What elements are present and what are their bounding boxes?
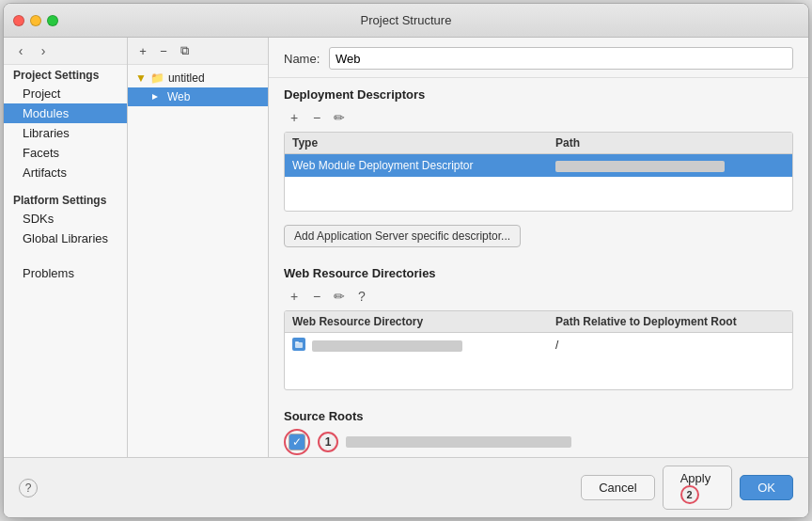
web-resource-table: Web Resource Directory Path Relative to … — [284, 310, 793, 390]
remove-webdir-button[interactable]: − — [306, 286, 327, 307]
cell-descriptor-type: Web Module Deployment Descriptor — [285, 154, 548, 177]
module-tree: ▼ 📁 untitled Web — [128, 65, 268, 457]
window-title: Project Structure — [361, 13, 452, 27]
name-row: Name: — [269, 38, 808, 78]
col-relpath-header: Path Relative to Deployment Root — [548, 311, 792, 332]
blurred-webdir — [312, 340, 462, 352]
sidebar-item-problems[interactable]: Problems — [4, 263, 127, 283]
tree-item-untitled-label: untitled — [168, 71, 205, 85]
folder-icon-img: 📁 — [150, 71, 164, 85]
left-sidebar: ‹ › Project Settings Project Modules Lib… — [4, 38, 128, 457]
minimize-button[interactable] — [30, 15, 41, 26]
cell-descriptor-path — [548, 154, 792, 177]
deployment-descriptors-title: Deployment Descriptors — [284, 87, 793, 102]
project-settings-header[interactable]: Project Settings — [4, 65, 127, 84]
add-module-button[interactable]: + — [133, 41, 152, 60]
sidebar-item-sdks[interactable]: SDKs — [4, 209, 127, 229]
name-input[interactable] — [329, 47, 793, 70]
edit-webdir-button[interactable]: ✏ — [329, 286, 350, 307]
svg-marker-0 — [152, 94, 158, 100]
col-type-header: Type — [285, 133, 548, 153]
web-dir-icon — [292, 338, 305, 351]
remove-descriptor-button[interactable]: − — [306, 107, 327, 128]
sidebar-item-facets[interactable]: Facets — [4, 143, 127, 163]
maximize-button[interactable] — [47, 15, 58, 26]
source-roots-row: ✓ 1 — [284, 429, 793, 455]
apply-label: Apply — [680, 471, 711, 485]
source-roots-checkbox-circle: ✓ — [284, 429, 310, 455]
tree-item-untitled[interactable]: ▼ 📁 untitled — [128, 69, 268, 87]
forward-button[interactable]: › — [34, 41, 53, 60]
col-path-header: Path — [548, 133, 792, 153]
web-resource-toolbar: + − ✏ ? — [284, 286, 793, 307]
titlebar: Project Structure — [4, 4, 808, 38]
web-resource-section: Web Resource Directories + − ✏ ? Web Res… — [269, 257, 808, 400]
sidebar-tree: Project Settings Project Modules Librari… — [4, 65, 127, 457]
footer-left: ? — [19, 479, 38, 497]
cell-webdir — [285, 333, 548, 356]
sidebar-item-artifacts[interactable]: Artifacts — [4, 163, 127, 182]
sidebar-nav: ‹ › — [4, 38, 127, 65]
checkmark-icon: ✓ — [292, 435, 302, 449]
project-structure-window: Project Structure ‹ › Project Settings P… — [3, 3, 809, 518]
name-label: Name: — [284, 52, 321, 66]
module-tree-panel: + − ⧉ ▼ 📁 untitled Web — [128, 38, 269, 457]
cell-relpath: / — [548, 334, 792, 356]
blurred-path — [555, 161, 725, 172]
platform-settings-header[interactable]: Platform Settings — [4, 190, 127, 209]
tree-item-web[interactable]: Web — [128, 87, 268, 106]
folder-icon: ▼ — [135, 71, 147, 85]
add-webdir-button[interactable]: + — [284, 286, 304, 307]
remove-module-button[interactable]: − — [154, 41, 173, 60]
tree-item-web-label: Web — [167, 90, 190, 103]
table-row[interactable]: Web Module Deployment Descriptor — [285, 154, 792, 177]
web-resource-title: Web Resource Directories — [284, 266, 793, 280]
blurred-source-root — [346, 436, 571, 448]
apply-badge: 2 — [680, 485, 699, 504]
deployment-toolbar: + − ✏ — [284, 107, 793, 128]
add-server-descriptor-button[interactable]: Add Application Server specific descript… — [284, 225, 521, 247]
cancel-button[interactable]: Cancel — [581, 475, 654, 500]
scrollable-content: Deployment Descriptors + − ✏ Type Path — [269, 78, 808, 457]
col-webdir-header: Web Resource Directory — [285, 311, 548, 332]
svg-rect-2 — [295, 341, 299, 343]
source-roots-checkbox[interactable]: ✓ — [289, 434, 305, 450]
help-webdir-button[interactable]: ? — [351, 286, 372, 307]
web-module-icon — [148, 90, 162, 103]
source-roots-title: Source Roots — [284, 409, 793, 423]
deployment-table-body: Web Module Deployment Descriptor — [285, 154, 792, 211]
sidebar-item-project[interactable]: Project — [4, 84, 127, 103]
source-roots-section: Source Roots ✓ 1 — [269, 400, 808, 457]
sidebar-item-global-libraries[interactable]: Global Libraries — [4, 229, 127, 248]
web-resource-table-header: Web Resource Directory Path Relative to … — [285, 311, 792, 333]
close-button[interactable] — [13, 15, 24, 26]
window-controls — [13, 15, 58, 26]
sidebar-item-modules[interactable]: Modules — [4, 103, 127, 123]
main-panel: Name: Deployment Descriptors + − ✏ Type — [269, 38, 808, 457]
apply-badge-wrapper: 2 — [680, 485, 715, 504]
content-area: ‹ › Project Settings Project Modules Lib… — [4, 38, 808, 457]
add-descriptor-button[interactable]: + — [284, 107, 304, 128]
apply-button[interactable]: Apply 2 — [663, 466, 733, 510]
footer-right: Cancel Apply 2 OK — [581, 466, 793, 510]
deployment-table-header: Type Path — [285, 133, 792, 154]
edit-descriptor-button[interactable]: ✏ — [329, 107, 350, 128]
deployment-descriptors-section: Deployment Descriptors + − ✏ Type Path — [269, 78, 808, 257]
copy-module-button[interactable]: ⧉ — [175, 41, 194, 60]
badge-1: 1 — [318, 432, 338, 452]
back-button[interactable]: ‹ — [11, 41, 30, 60]
deployment-table: Type Path Web Module Deployment Descript… — [284, 132, 793, 212]
module-toolbar: + − ⧉ — [128, 38, 268, 65]
web-resource-table-body: / — [285, 333, 792, 389]
ok-button[interactable]: OK — [740, 475, 793, 500]
help-button[interactable]: ? — [19, 479, 38, 497]
sidebar-item-libraries[interactable]: Libraries — [4, 123, 127, 143]
footer: ? Cancel Apply 2 OK — [4, 457, 808, 517]
table-row[interactable]: / — [285, 333, 792, 356]
